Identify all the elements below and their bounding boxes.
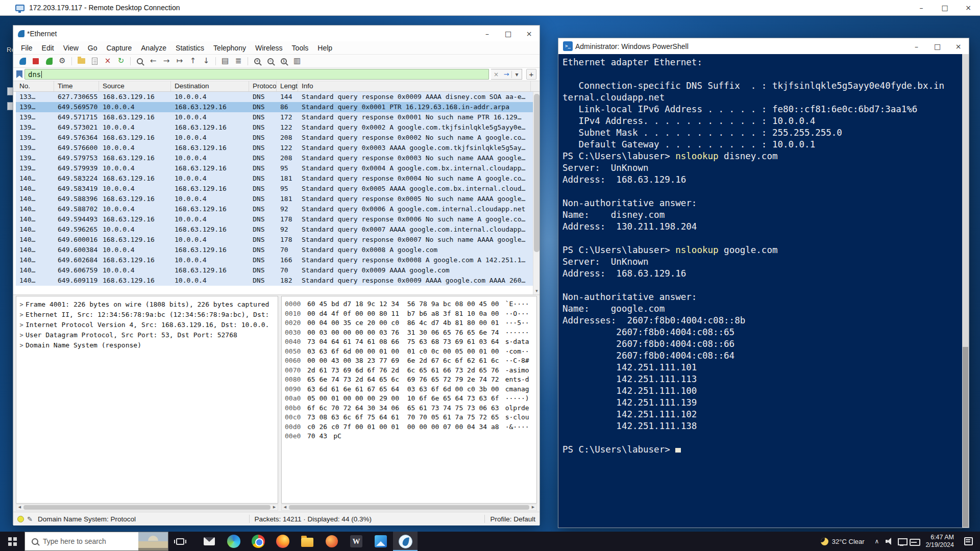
browser-button[interactable]	[320, 532, 344, 551]
menu-telephony[interactable]: Telephony	[209, 44, 251, 52]
packet-row[interactable]: 140…649.588396168.63.129.1610.0.0.4DNS18…	[16, 194, 540, 204]
packet-row[interactable]: 140…649.583224168.63.129.1610.0.0.4DNS18…	[16, 173, 540, 184]
expand-arrow-icon[interactable]: >	[17, 310, 26, 320]
menu-analyze[interactable]: Analyze	[136, 44, 171, 52]
scrollbar-thumb[interactable]	[23, 505, 271, 510]
scrollbar-thumb[interactable]	[963, 347, 968, 527]
colorize-icon[interactable]: ▤	[219, 56, 231, 67]
hex-row[interactable]: 006000 00 43 00 38 23 77 69 6e 2d 67 6c …	[285, 356, 534, 366]
packet-row[interactable]: 139…649.579753168.63.129.1610.0.0.4DNS20…	[16, 153, 540, 163]
hidden-icons-chevron[interactable]: ∧	[871, 538, 884, 545]
wireshark-close-button[interactable]: ×	[519, 26, 540, 41]
menu-view[interactable]: View	[59, 44, 83, 52]
packet-detail-line[interactable]: >Domain Name System (response)	[17, 340, 277, 350]
zoom-in-icon[interactable]: +	[251, 56, 263, 67]
previous-packet-icon[interactable]: ←	[147, 56, 159, 67]
packet-row[interactable]: 140…649.609119168.63.129.1610.0.0.4DNS18…	[16, 276, 540, 286]
hex-row[interactable]: 00702d 61 73 69 6d 6f 76 2d 6c 65 61 66 …	[285, 366, 534, 375]
packet-row[interactable]: 139…649.571715168.63.129.1610.0.0.4DNS17…	[16, 112, 540, 122]
file-explorer-button[interactable]	[295, 532, 320, 551]
column-destination[interactable]: Destination	[171, 81, 249, 91]
hex-row[interactable]: 00a005 00 01 00 00 00 29 00 10 6f 6e 65 …	[285, 394, 534, 404]
scrollbar-thumb[interactable]	[289, 505, 529, 510]
capture-options-icon[interactable]: ⚙	[56, 56, 68, 67]
column-source[interactable]: Source	[99, 81, 171, 91]
rdp-close-button[interactable]: ×	[957, 0, 980, 15]
packet-row[interactable]: 140…649.602684168.63.129.1610.0.0.4DNS16…	[16, 255, 540, 265]
display-filter-input[interactable]: dns	[24, 69, 489, 80]
packet-row[interactable]: 140…649.600016168.63.129.1610.0.0.4DNS17…	[16, 235, 540, 245]
rdp-connection-bar[interactable]: 172.203.179.117 - Remote Desktop Connect…	[0, 0, 980, 16]
powershell-terminal[interactable]: Ethernet adapter Ethernet: Connection-sp…	[558, 54, 969, 528]
goto-packet-icon[interactable]: ↦	[174, 56, 186, 67]
capture-comment-icon[interactable]: ✎	[27, 515, 33, 523]
packet-detail-line[interactable]: >Internet Protocol Version 4, Src: 168.6…	[17, 320, 277, 330]
save-file-icon[interactable]	[88, 56, 101, 67]
filter-dropdown-icon[interactable]: ▾	[511, 71, 522, 78]
hex-row[interactable]: 009063 6d 61 6e 61 67 65 64 03 63 6f 6d …	[285, 385, 534, 394]
open-file-icon[interactable]	[75, 56, 87, 67]
column-no[interactable]: No.	[16, 81, 54, 91]
next-packet-icon[interactable]: →	[160, 56, 173, 67]
powershell-titlebar[interactable]: >_ Administrator: Windows PowerShell – □…	[558, 38, 969, 54]
packet-row[interactable]: 140…649.594493168.63.129.1610.0.0.4DNS17…	[16, 214, 540, 224]
hex-row[interactable]: 005003 63 6f 6d 00 00 01 00 01 c0 0c 00 …	[285, 347, 534, 357]
packet-row[interactable]: 139…649.57660010.0.0.4168.63.129.16DNS12…	[16, 143, 540, 153]
menu-capture[interactable]: Capture	[102, 44, 136, 52]
hex-hscrollbar[interactable]: ◀ ▶	[281, 504, 537, 511]
hex-row[interactable]: 00d0c0 26 c0 7f 00 01 00 01 00 00 00 07 …	[285, 422, 534, 432]
powershell-maximize-button[interactable]: □	[927, 38, 948, 54]
scroll-down-icon[interactable]: ▾	[533, 288, 540, 294]
menu-help[interactable]: Help	[313, 44, 337, 52]
packet-detail-line[interactable]: >User Datagram Protocol, Src Port: 53, D…	[17, 330, 277, 340]
expand-arrow-icon[interactable]: >	[17, 299, 26, 310]
taskbar-clock[interactable]: 6:47 AM 2/19/2024	[921, 534, 959, 549]
add-filter-button[interactable]: +	[526, 69, 536, 80]
resize-columns-icon[interactable]: ▥	[291, 56, 303, 67]
clear-filter-icon[interactable]: ×	[491, 71, 501, 78]
hex-row[interactable]: 008065 6e 74 73 2d 64 65 6c 69 76 65 72 …	[285, 375, 534, 385]
expert-info-icon[interactable]	[17, 516, 24, 522]
close-capture-icon[interactable]: ×	[102, 56, 114, 67]
hex-row[interactable]: 002000 04 00 35 ce 20 00 c0 86 4c d7 4b …	[285, 318, 534, 328]
wikipedia-button[interactable]: W	[344, 532, 369, 551]
hex-row[interactable]: 000060 45 bd d7 18 9c 12 34 56 78 9a bc …	[285, 299, 534, 309]
packet-list-scrollbar[interactable]: ▾	[533, 92, 540, 294]
hex-row[interactable]: 00e070 43pC	[285, 432, 534, 441]
apply-filter-icon[interactable]: →	[501, 70, 511, 78]
scroll-right-icon[interactable]: ▶	[530, 505, 536, 510]
autoscroll-icon[interactable]: ≣	[232, 56, 244, 67]
find-packet-icon[interactable]	[134, 56, 146, 67]
packet-detail-line[interactable]: >Ethernet II, Src: 12:34:56:78:9a:bc (12…	[17, 310, 277, 320]
menu-go[interactable]: Go	[83, 44, 102, 52]
taskbar-weather-widget[interactable]: 32°C Clear	[815, 532, 871, 551]
rdp-minimize-button[interactable]: –	[910, 0, 933, 15]
first-packet-icon[interactable]: ↑	[187, 56, 199, 67]
status-profile-text[interactable]: Profile: Default	[490, 515, 535, 523]
rdp-maximize-button[interactable]: □	[933, 0, 957, 15]
hex-row[interactable]: 00b06f 6c 70 72 64 30 34 06 65 61 73 74 …	[285, 404, 534, 413]
zoom-out-icon[interactable]: −	[264, 56, 277, 67]
scroll-left-icon[interactable]: ◀	[16, 505, 23, 510]
search-highlight-image[interactable]	[138, 532, 168, 550]
zoom-reset-icon[interactable]: 1	[278, 56, 290, 67]
packet-row[interactable]: 139…649.57993910.0.0.4168.63.129.16DNS95…	[16, 163, 540, 173]
photos-button[interactable]	[369, 532, 393, 551]
packet-row[interactable]: 140…649.60038410.0.0.4168.63.129.16DNS70…	[16, 245, 540, 255]
taskbar-search[interactable]: Type here to search	[24, 532, 168, 551]
menu-file[interactable]: File	[16, 44, 37, 52]
volume-icon[interactable]	[884, 536, 895, 546]
network-icon[interactable]	[897, 537, 908, 546]
packet-row[interactable]: 140…649.59626510.0.0.4168.63.129.16DNS92…	[16, 224, 540, 235]
chrome-button[interactable]	[246, 532, 271, 551]
expand-arrow-icon[interactable]: >	[17, 320, 26, 330]
menu-statistics[interactable]: Statistics	[171, 44, 209, 52]
scrollbar-thumb[interactable]	[534, 94, 540, 252]
packet-row[interactable]: 139…649.576364168.63.129.1610.0.0.4DNS20…	[16, 133, 540, 143]
details-hscrollbar[interactable]: ◀ ▶	[16, 504, 278, 511]
hex-row[interactable]: 003000 03 00 00 00 00 03 76 31 30 06 65 …	[285, 328, 534, 338]
column-time[interactable]: Time	[54, 81, 99, 91]
start-capture-icon[interactable]	[16, 56, 29, 67]
expand-arrow-icon[interactable]: >	[17, 340, 26, 350]
hex-row[interactable]: 001000 d4 4f 0f 00 00 80 11 b7 b6 a8 3f …	[285, 309, 534, 319]
